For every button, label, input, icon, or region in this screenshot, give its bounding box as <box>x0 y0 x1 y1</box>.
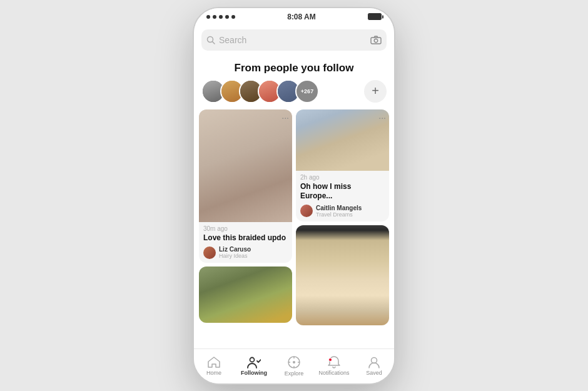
signal-dots <box>206 15 235 19</box>
nav-label-following: Following <box>241 370 267 376</box>
following-avatars-row: +267 + <box>194 79 394 109</box>
pin-card-dining[interactable] <box>296 225 389 325</box>
pin-board-name: Travel Dreams <box>316 211 362 218</box>
pin-author-name: Caitlin Mangels <box>316 205 362 211</box>
search-placeholder: Search <box>219 35 367 45</box>
avatars-group: +267 <box>201 79 314 103</box>
pin-author-avatar <box>300 205 313 217</box>
pin-image-brussels <box>199 267 292 323</box>
notifications-icon <box>327 356 341 368</box>
nav-label-explore: Explore <box>285 370 304 377</box>
phone-frame: 8:08 AM Search <box>194 8 394 383</box>
pin-column-right: 2h ago Oh how I miss Europe... Caitlin M… <box>296 109 389 348</box>
status-time: 8:08 AM <box>287 13 316 21</box>
main-content: From people you follow + <box>194 56 394 348</box>
status-bar: 8:08 AM <box>194 8 394 26</box>
svg-line-1 <box>213 41 215 44</box>
nav-item-saved[interactable]: Saved <box>354 356 394 376</box>
pin-author-info: Caitlin Mangels Travel Dreams <box>316 205 362 218</box>
pin-image-europe <box>296 109 389 171</box>
pin-more-button[interactable]: ··· <box>281 113 289 123</box>
nav-label-notifications: Notifications <box>318 370 349 376</box>
section-title: From people you follow <box>235 62 354 74</box>
pin-card-europe[interactable]: 2h ago Oh how I miss Europe... Caitlin M… <box>296 109 389 221</box>
pin-column-left: 30m ago Love this braided updo Liz Carus… <box>199 109 292 348</box>
pin-card-brussels[interactable] <box>199 267 292 323</box>
nav-item-explore[interactable]: Explore <box>274 355 314 377</box>
search-bar-container: Search <box>194 26 394 56</box>
nav-item-home[interactable]: Home <box>194 356 234 376</box>
svg-point-4 <box>250 358 255 362</box>
pin-info: 2h ago Oh how I miss Europe... Caitlin M… <box>296 171 389 221</box>
pin-more-button[interactable]: ··· <box>378 113 386 123</box>
pin-card: 2h ago Oh how I miss Europe... Caitlin M… <box>296 109 389 221</box>
following-icon <box>247 356 261 368</box>
pin-time: 2h ago <box>300 174 385 181</box>
bottom-navigation: Home Following <box>194 348 394 383</box>
pin-title: Oh how I miss Europe... <box>300 182 385 201</box>
search-bar[interactable]: Search <box>201 29 387 51</box>
svg-point-6 <box>293 361 295 363</box>
nav-label-saved: Saved <box>366 370 382 376</box>
section-header: From people you follow <box>194 56 394 79</box>
search-icon <box>206 36 215 44</box>
pin-card-braid[interactable]: 30m ago Love this braided updo Liz Carus… <box>199 109 292 263</box>
pins-grid: 30m ago Love this braided updo Liz Carus… <box>194 109 394 348</box>
pin-card: 30m ago Love this braided updo Liz Carus… <box>199 109 292 263</box>
battery-indicator <box>368 13 382 20</box>
avatar-count[interactable]: +267 <box>295 79 319 103</box>
explore-icon <box>287 355 301 369</box>
svg-point-3 <box>374 39 378 43</box>
pin-image-dining <box>296 225 389 325</box>
svg-point-12 <box>372 358 377 363</box>
nav-item-following[interactable]: Following <box>234 356 274 376</box>
nav-item-notifications[interactable]: Notifications <box>314 356 354 376</box>
pin-image-braid <box>199 109 292 222</box>
home-icon <box>207 356 221 368</box>
add-following-button[interactable]: + <box>364 80 387 103</box>
pin-author-row: Caitlin Mangels Travel Dreams <box>300 205 385 218</box>
camera-icon[interactable] <box>370 36 382 44</box>
svg-rect-2 <box>371 38 381 44</box>
saved-icon <box>367 356 381 368</box>
nav-label-home: Home <box>206 370 221 376</box>
svg-point-11 <box>329 358 332 362</box>
